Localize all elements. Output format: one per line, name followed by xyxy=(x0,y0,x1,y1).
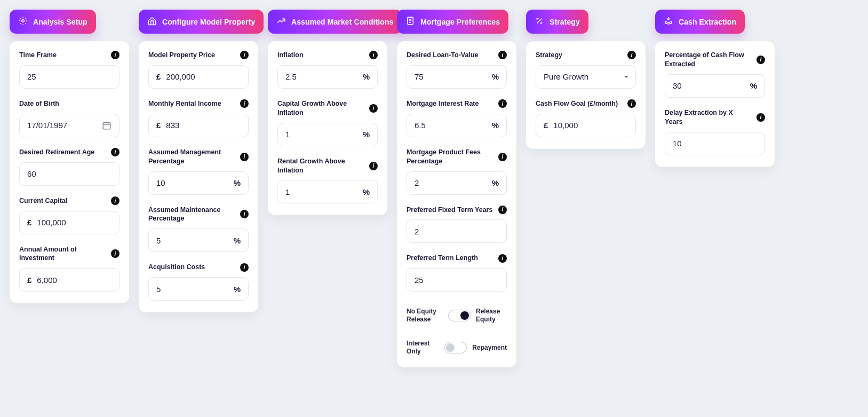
dob-input[interactable] xyxy=(27,121,102,130)
term-len-input-wrap[interactable] xyxy=(407,268,507,292)
annual-inv-input-wrap[interactable]: £ xyxy=(19,268,120,292)
maint-pct-input[interactable] xyxy=(156,236,228,245)
ltv-input-wrap[interactable]: % xyxy=(407,65,507,89)
time-frame-input-wrap[interactable] xyxy=(19,65,120,89)
info-icon[interactable]: i xyxy=(240,99,249,108)
cash-pct-input-wrap[interactable]: % xyxy=(665,74,765,98)
rent-field: Monthly Rental Income i £ xyxy=(148,99,249,137)
acq-pct-input-wrap[interactable]: % xyxy=(148,277,249,301)
retire-age-input[interactable] xyxy=(27,169,112,178)
percent-suffix: % xyxy=(363,187,370,196)
info-icon[interactable]: i xyxy=(240,153,249,161)
info-icon[interactable]: i xyxy=(240,51,249,59)
price-input[interactable] xyxy=(166,72,241,81)
current-capital-input[interactable] xyxy=(37,218,112,227)
info-icon[interactable]: i xyxy=(498,254,507,263)
cap-growth-input-wrap[interactable]: % xyxy=(277,123,378,146)
cap-growth-label: Capital Growth Above Inflation xyxy=(277,99,365,117)
info-icon[interactable]: i xyxy=(627,51,636,59)
info-icon[interactable]: i xyxy=(111,249,120,258)
percent-suffix: % xyxy=(363,72,370,81)
strategy-field: Strategy i Pure Growth xyxy=(536,51,636,89)
acq-pct-field: Acquisition Costs i % xyxy=(148,263,249,301)
info-icon[interactable]: i xyxy=(498,153,507,161)
current-capital-input-wrap[interactable]: £ xyxy=(19,211,120,234)
rent-input[interactable] xyxy=(166,121,241,130)
info-icon[interactable]: i xyxy=(756,113,765,122)
market-card: Inflation i % Capital Growth Above Infla… xyxy=(268,41,387,215)
info-icon[interactable]: i xyxy=(111,148,120,156)
delay-field: Delay Extraction by X Years i xyxy=(665,108,765,155)
current-capital-label: Current Capital xyxy=(19,196,67,206)
inflation-field: Inflation i % xyxy=(277,51,378,89)
fix-years-input[interactable] xyxy=(415,227,499,236)
delay-input-wrap[interactable] xyxy=(665,132,765,155)
market-column: Assumed Market Conditions Inflation i % … xyxy=(268,10,387,215)
info-icon[interactable]: i xyxy=(240,210,249,218)
strategy-column: Strategy Strategy i Pure Growth Cash Flo… xyxy=(526,10,646,149)
price-input-wrap[interactable]: £ xyxy=(148,65,249,89)
info-icon[interactable]: i xyxy=(498,51,507,59)
maint-pct-label: Assumed Maintenance Percentage xyxy=(148,206,236,224)
mgmt-pct-input[interactable] xyxy=(156,178,228,187)
rent-input-wrap[interactable]: £ xyxy=(148,114,249,137)
equity-release-toggle[interactable] xyxy=(448,310,471,321)
info-icon[interactable]: i xyxy=(369,104,378,113)
acq-pct-input[interactable] xyxy=(156,285,228,294)
repayment-toggle[interactable] xyxy=(444,342,467,353)
mgmt-pct-input-wrap[interactable]: % xyxy=(148,171,249,195)
info-icon[interactable]: i xyxy=(369,162,378,170)
analysis-column: Analysis Setup Time Frame i Date of Birt… xyxy=(10,10,129,303)
inflation-input-wrap[interactable]: % xyxy=(277,65,378,89)
info-icon[interactable]: i xyxy=(369,51,378,59)
fix-years-label: Preferred Fixed Term Years xyxy=(407,206,492,215)
ltv-field: Desired Loan-To-Value i % xyxy=(407,51,507,89)
chevron-down-icon xyxy=(623,73,630,81)
delay-input[interactable] xyxy=(673,139,757,148)
rent-growth-input[interactable] xyxy=(285,187,357,196)
term-len-input[interactable] xyxy=(415,276,499,285)
maint-pct-input-wrap[interactable]: % xyxy=(148,229,249,252)
house-icon xyxy=(147,16,157,27)
annual-inv-input[interactable] xyxy=(37,276,112,285)
cap-growth-field: Capital Growth Above Inflation i % xyxy=(277,99,378,146)
mgmt-pct-label: Assumed Management Percentage xyxy=(148,148,236,166)
repayment-toggle-row: Interest Only Repayment xyxy=(407,340,507,356)
cash-pct-field: Percentage of Cash Flow Extracted i % xyxy=(665,51,765,98)
info-icon[interactable]: i xyxy=(498,206,507,214)
mortgage-card: Desired Loan-To-Value i % Mortgage Inter… xyxy=(397,41,516,367)
rent-growth-input-wrap[interactable]: % xyxy=(277,180,378,203)
cap-growth-input[interactable] xyxy=(285,130,357,139)
info-icon[interactable]: i xyxy=(498,99,507,108)
strategy-select[interactable]: Pure Growth xyxy=(536,65,636,89)
price-field: Model Property Price i £ xyxy=(148,51,249,89)
rate-input[interactable] xyxy=(415,121,487,130)
rate-input-wrap[interactable]: % xyxy=(407,114,507,137)
rate-field: Mortgage Interest Rate i % xyxy=(407,99,507,137)
svg-point-0 xyxy=(22,20,25,22)
percent-suffix: % xyxy=(492,178,499,187)
property-header-title: Configure Model Property xyxy=(162,18,255,26)
ltv-input[interactable] xyxy=(415,72,487,81)
info-icon[interactable]: i xyxy=(240,263,249,272)
annual-inv-label: Annual Amount of Investment xyxy=(19,245,107,263)
retire-age-input-wrap[interactable] xyxy=(19,162,120,186)
dob-input-wrap[interactable] xyxy=(19,114,120,137)
goal-input[interactable] xyxy=(553,121,628,130)
maint-pct-field: Assumed Maintenance Percentage i % xyxy=(148,206,249,253)
cash-pct-input[interactable] xyxy=(673,81,745,90)
calendar-icon[interactable] xyxy=(102,121,112,130)
equity-left-label: No Equity Release xyxy=(407,308,443,324)
info-icon[interactable]: i xyxy=(111,196,120,205)
inflation-input[interactable] xyxy=(285,72,357,81)
info-icon[interactable]: i xyxy=(627,99,636,108)
fix-years-input-wrap[interactable] xyxy=(407,219,507,243)
fees-input-wrap[interactable]: % xyxy=(407,171,507,195)
svg-point-3 xyxy=(668,18,670,20)
strategy-card: Strategy i Pure Growth Cash Flow Goal (£… xyxy=(526,41,646,149)
fees-input[interactable] xyxy=(415,178,487,187)
info-icon[interactable]: i xyxy=(756,56,765,64)
goal-input-wrap[interactable]: £ xyxy=(536,114,636,137)
info-icon[interactable]: i xyxy=(111,51,120,59)
time-frame-input[interactable] xyxy=(27,72,112,81)
